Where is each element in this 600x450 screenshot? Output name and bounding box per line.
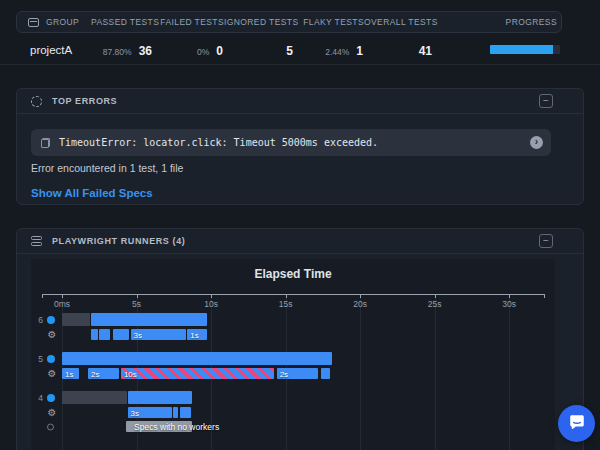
top-errors-header: TOP ERRORS − [17, 89, 583, 114]
tick-mark [211, 294, 212, 298]
project-name[interactable]: projectA [30, 44, 90, 56]
passed-count: 36 [139, 44, 152, 58]
elapsed-time-chart: Elapsed Time 0ms5s10s15s20s25s30s 6⚙3s1s… [31, 259, 555, 450]
track-icon-cell: 6 [34, 315, 60, 325]
failed-cell: 0%0 [152, 41, 223, 59]
tick-mark [137, 294, 138, 298]
project-row[interactable]: projectA 87.80%36 0%0 5 2.44%1 41 [16, 34, 584, 65]
top-errors-panel: TOP ERRORS − TimeoutError: locator.click… [16, 88, 584, 205]
tick-label: 25s [428, 299, 442, 309]
runner-track: 5 [62, 352, 545, 365]
track-icon-cell: 5 [34, 354, 60, 364]
passed-cell: 87.80%36 [90, 41, 152, 59]
ignored-cell: 5 [223, 41, 293, 59]
bar-label: 1s [190, 330, 198, 339]
chat-bubble-icon [568, 413, 586, 434]
runner-track: 4 [62, 391, 545, 404]
tick-mark [509, 294, 510, 298]
progress-bar [490, 45, 560, 54]
chat-launcher-button[interactable] [558, 405, 595, 442]
column-header-ignored: IGNORED TESTS [224, 17, 294, 27]
error-message: TimeoutError: locator.click: Timeout 500… [59, 137, 530, 148]
runner-track: ⚙3s [62, 407, 545, 418]
flaky-percent: 2.44% [325, 47, 349, 57]
runners-stack-icon [31, 236, 42, 246]
copy-icon[interactable] [41, 138, 50, 148]
gantt-bar-spec[interactable]: 3s [128, 407, 173, 418]
tick-label: 30s [502, 299, 516, 309]
gantt-bar-setup[interactable] [62, 313, 90, 326]
ignored-count: 5 [286, 44, 293, 58]
gantt-bar-spec[interactable]: 1s [62, 368, 79, 379]
gantt-bar-spec[interactable]: 2s [88, 368, 119, 379]
worker-icon [47, 394, 55, 402]
gantt-bar-flaky[interactable]: 10s [121, 368, 274, 379]
gantt-bar-spec[interactable] [173, 407, 177, 418]
runner-id: 6 [34, 315, 43, 325]
idle-icon [47, 423, 54, 430]
gantt-bar-spec[interactable] [180, 407, 191, 418]
runner-group-6: 6⚙3s1s [62, 313, 545, 340]
track-icon-cell: ⚙ [34, 369, 60, 379]
gantt-bar-spec[interactable] [99, 329, 109, 340]
failed-count: 0 [216, 44, 223, 58]
gantt-bar-setup[interactable] [62, 391, 127, 404]
gantt-bar-run[interactable] [128, 391, 192, 404]
error-row[interactable]: TimeoutError: locator.click: Timeout 500… [31, 129, 551, 156]
gear-icon: ⚙ [47, 330, 57, 340]
flaky-count: 1 [356, 44, 363, 58]
column-header-passed: PASSED TESTS [91, 17, 153, 27]
track-icon-cell: 4 [34, 393, 60, 403]
error-caption: Error encountered in 1 test, 1 file [31, 162, 569, 174]
column-header-failed: FAILED TESTS [153, 17, 224, 27]
runners-header: PLAYWRIGHT RUNNERS (4) − [17, 229, 583, 254]
collapse-top-errors-button[interactable]: − [539, 94, 553, 108]
gantt-bar-spec[interactable] [113, 329, 129, 340]
tick-mark [62, 294, 63, 298]
runner-track: Specs with no workers [62, 421, 545, 432]
gantt-bar-spec[interactable]: 3s [131, 329, 186, 340]
tick-label: 0ms [54, 299, 70, 309]
chevron-right-icon[interactable]: › [530, 136, 543, 149]
bar-label: 2s [91, 369, 99, 378]
gear-icon: ⚙ [47, 369, 57, 379]
top-errors-title: TOP ERRORS [52, 96, 539, 106]
gantt-bar-run[interactable] [62, 352, 332, 365]
track-icon-cell [34, 423, 60, 430]
group-icon [28, 18, 39, 27]
progress-bar-fill [490, 45, 553, 54]
gantt-bar-spec[interactable] [91, 329, 98, 340]
errors-icon [31, 96, 42, 107]
gantt-bar-spec[interactable]: 2s [277, 368, 319, 379]
overall-count: 41 [419, 44, 432, 58]
track-icon-cell: ⚙ [34, 408, 60, 418]
gantt-bar-spec[interactable]: 1s [187, 329, 206, 340]
runner-group-5: 5⚙1s2s10s2s [62, 352, 545, 379]
column-header-overall: OVERALL TESTS [364, 17, 433, 27]
tick-label: 10s [204, 299, 218, 309]
playwright-runners-panel: PLAYWRIGHT RUNNERS (4) − Elapsed Time 0m… [16, 228, 584, 450]
collapse-runners-button[interactable]: − [539, 234, 553, 248]
worker-icon [47, 355, 55, 363]
summary-table: GROUP PASSED TESTS FAILED TESTS IGNORED … [16, 11, 584, 65]
bar-label: 2s [280, 369, 288, 378]
column-header-flaky: FLAKY TESTS [294, 17, 364, 27]
runner-id: 5 [34, 354, 43, 364]
bar-label: 3s [131, 408, 139, 417]
tick-label: 5s [132, 299, 141, 309]
runners-title: PLAYWRIGHT RUNNERS (4) [52, 236, 539, 246]
tick-label: 15s [279, 299, 293, 309]
gantt-bar-spec[interactable] [321, 368, 330, 379]
table-divider [0, 64, 600, 65]
tick-label: 20s [353, 299, 367, 309]
gantt-plot: 0ms5s10s15s20s25s30s 6⚙3s1s5⚙1s2s10s2s4⚙… [62, 294, 545, 450]
gantt-axis-line [42, 294, 545, 295]
gantt-bar-no_workers[interactable]: Specs with no workers [126, 421, 192, 432]
flaky-cell: 2.44%1 [293, 41, 363, 59]
gantt-rows: 6⚙3s1s5⚙1s2s10s2s4⚙3sSpecs with no worke… [62, 313, 545, 444]
tick-mark [360, 294, 361, 298]
overall-cell: 41 [363, 41, 432, 59]
show-all-failed-specs-link[interactable]: Show All Failed Specs [31, 187, 153, 199]
gantt-bar-run[interactable] [91, 313, 208, 326]
bar-label: Specs with no workers [134, 422, 219, 432]
